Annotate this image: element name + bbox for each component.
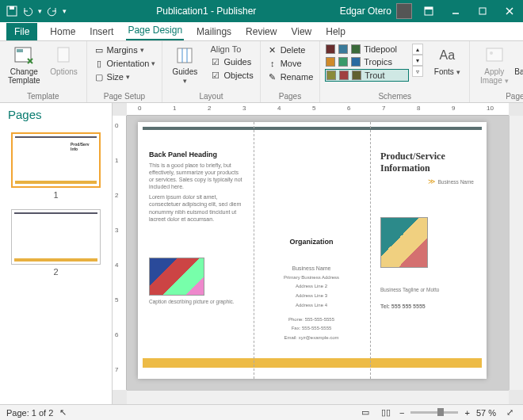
group-page-background: Apply Image ▾ Background ▾ Master Pages …	[470, 41, 523, 102]
tel: Tel: 555 555 5555	[380, 303, 474, 310]
tab-file[interactable]: File	[6, 23, 37, 40]
delete-icon: ✕	[267, 44, 278, 55]
addr-3: Address Line 3	[263, 293, 360, 300]
front-panel: Product/Service Information ≫Business Na…	[374, 146, 480, 355]
apply-image-button: Apply Image ▾	[475, 44, 513, 87]
title-bar: ▾ ▾ Publication1 - Publisher Edgar Otero	[0, 0, 523, 22]
scrollbar-vertical[interactable]	[509, 116, 523, 390]
zoom-level[interactable]: 57 %	[476, 408, 496, 418]
group-template: Change Template Options Template	[0, 41, 87, 102]
align-guides-check[interactable]: ☑Guides	[208, 55, 254, 68]
arrow-icon: ≫	[428, 178, 435, 185]
undo-icon[interactable]	[22, 6, 33, 17]
back-caption: Caption describing picture or graphic.	[149, 299, 244, 305]
tab-mailings[interactable]: Mailings	[195, 23, 233, 40]
group-label: Pages	[265, 92, 315, 101]
rename-page-button[interactable]: ✎Rename	[265, 71, 315, 83]
save-icon[interactable]	[6, 6, 17, 17]
scheme-tropics[interactable]: Tropics	[325, 56, 409, 67]
scrollbar-horizontal[interactable]	[127, 390, 509, 404]
addr-2: Address Line 2	[263, 284, 360, 290]
size-button[interactable]: ▢Size▾	[92, 71, 158, 83]
back-para-2: Lorem ipsum dolor sit amet, consectetuer…	[149, 193, 244, 222]
scheme-down-icon[interactable]: ▾	[412, 55, 423, 66]
front-title: Product/Service Information	[380, 151, 474, 174]
avatar	[396, 3, 412, 19]
undo-dropdown-icon[interactable]: ▾	[38, 7, 42, 15]
scheme-tidepool[interactable]: Tidepool	[325, 44, 409, 55]
background-button[interactable]: Background ▾	[517, 44, 523, 87]
rename-icon: ✎	[267, 71, 278, 82]
page-thumb-1[interactable]: Prod/Serv Info	[11, 132, 101, 188]
page-thumb-2-label: 2	[11, 267, 101, 277]
front-image	[380, 217, 428, 268]
ruler-vertical: 01234567	[113, 116, 127, 390]
canvas-area: 012345678910 01234567 Back Panel Heading…	[113, 103, 523, 404]
align-objects-check[interactable]: ☑Objects	[208, 69, 254, 82]
zoom-slider[interactable]	[410, 411, 458, 414]
biz-name: Business Name	[263, 265, 360, 272]
back-heading: Back Panel Heading	[149, 151, 244, 158]
move-page-button[interactable]: ↕Move	[265, 57, 315, 70]
fold-guide-2	[370, 122, 371, 379]
scheme-more-icon[interactable]: ▿	[412, 66, 423, 77]
guides-button[interactable]: Guides ▾	[167, 44, 202, 87]
qat-customize-icon[interactable]: ▾	[63, 7, 67, 15]
fit-page-icon[interactable]: ⤢	[502, 407, 517, 419]
tagline: Business Tagline or Motto	[380, 287, 474, 293]
group-layout: Guides ▾ Align To ☑Guides ☑Objects Layou…	[162, 41, 260, 102]
redo-icon[interactable]	[47, 6, 58, 17]
margins-button[interactable]: ▭Margins▾	[92, 44, 158, 56]
group-label: Layout	[167, 92, 254, 101]
ribbon-display-icon[interactable]	[415, 0, 442, 22]
tab-view[interactable]: View	[289, 23, 313, 40]
addr-4: Address Line 4	[263, 303, 360, 309]
fonts-button[interactable]: Aa Fonts ▾	[429, 44, 464, 78]
group-page-setup: ▭Margins▾ ▯Orientation▾ ▢Size▾ Page Setu…	[87, 41, 163, 102]
tab-page-design[interactable]: Page Design	[126, 21, 184, 40]
tab-review[interactable]: Review	[244, 23, 278, 40]
tab-home[interactable]: Home	[48, 23, 77, 40]
group-label: Page Setup	[92, 92, 158, 101]
group-label: Template	[5, 92, 82, 101]
delete-page-button[interactable]: ✕Delete	[265, 44, 315, 56]
maximize-icon[interactable]	[469, 0, 496, 22]
change-template-button[interactable]: Change Template	[5, 44, 44, 86]
minimize-icon[interactable]	[442, 0, 469, 22]
tab-insert[interactable]: Insert	[88, 23, 115, 40]
scheme-trout[interactable]: Trout	[325, 69, 409, 82]
close-icon[interactable]	[496, 0, 523, 22]
back-para-1: This is a good place to briefly, but eff…	[149, 162, 244, 190]
two-page-view-icon[interactable]: ▯▯	[379, 407, 393, 419]
pages-panel-header: Pages	[0, 103, 112, 126]
group-schemes: TidepoolTropicsTrout ▴ ▾ ▿ Aa Fonts ▾ Sc…	[320, 41, 470, 102]
publication-page[interactable]: Back Panel Heading This is a good place …	[138, 122, 487, 379]
scheme-up-icon[interactable]: ▴	[412, 44, 423, 55]
ribbon: Change Template Options Template ▭Margin…	[0, 41, 523, 103]
top-stripe	[143, 127, 482, 130]
user-name: Edgar Otero	[340, 6, 391, 17]
svg-rect-10	[58, 48, 69, 62]
scheme-gallery[interactable]: TidepoolTropicsTrout	[325, 44, 409, 82]
options-button: Options	[47, 44, 82, 78]
tab-help[interactable]: Help	[324, 23, 347, 40]
account-area[interactable]: Edgar Otero	[340, 3, 415, 19]
orientation-button[interactable]: ▯Orientation▾	[92, 57, 158, 70]
scroll-viewport[interactable]: Back Panel Heading This is a good place …	[127, 116, 509, 390]
page-thumb-2[interactable]	[11, 209, 101, 265]
window-title: Publication1 - Publisher	[73, 6, 340, 17]
bottom-stripe	[143, 358, 482, 368]
zoom-out-icon[interactable]: −	[399, 408, 404, 418]
mid-panel: Organization Business Name Primary Busin…	[257, 146, 366, 355]
zoom-in-icon[interactable]: +	[464, 408, 469, 418]
align-to-label: Align To	[208, 44, 254, 55]
addr-1: Primary Business Address	[263, 275, 360, 281]
svg-rect-14	[487, 48, 502, 61]
move-icon: ↕	[267, 58, 278, 69]
workspace: Pages Prod/Serv Info 1 2 012345678910	[0, 103, 523, 404]
page-indicator[interactable]: Page: 1 of 2	[6, 408, 53, 418]
pages-panel: Pages Prod/Serv Info 1 2	[0, 103, 113, 404]
ruler-horizontal: 012345678910	[127, 103, 509, 116]
single-page-view-icon[interactable]: ▭	[358, 407, 372, 419]
org-heading: Organization	[263, 238, 360, 246]
